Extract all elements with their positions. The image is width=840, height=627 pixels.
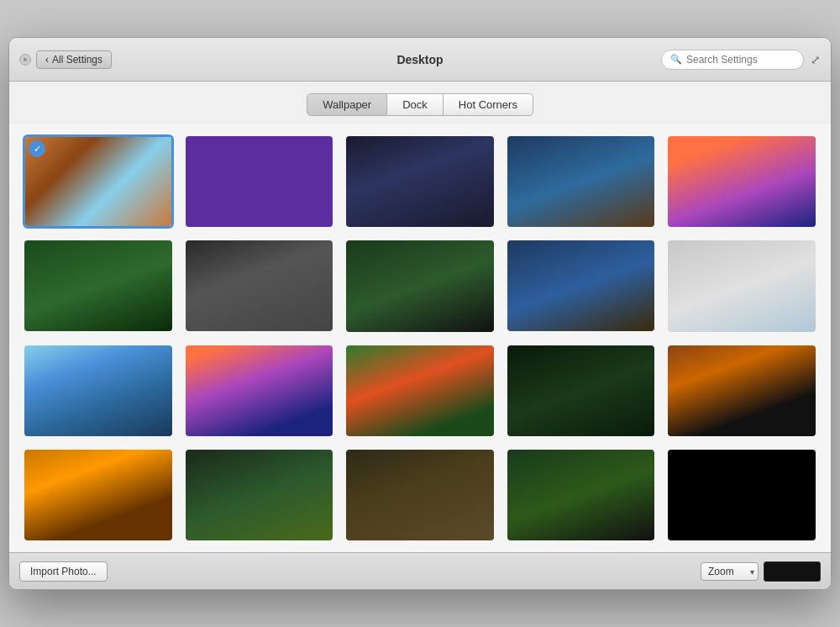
wallpaper-item-18[interactable]	[506, 448, 657, 542]
chevron-left-icon: ‹	[45, 54, 49, 66]
wallpaper-item-5[interactable]	[23, 239, 174, 333]
window-title: Desktop	[396, 53, 443, 66]
wallpaper-item-14[interactable]	[666, 344, 817, 438]
wallpaper-item-7[interactable]	[344, 239, 496, 333]
zoom-select[interactable]: Zoom Fit Fill Stretch Center Tile	[701, 562, 759, 581]
wallpaper-item-6[interactable]	[184, 239, 335, 333]
import-photo-button[interactable]: Import Photo...	[19, 561, 108, 582]
content-area: ✓	[9, 124, 831, 552]
tabs-bar: Wallpaper Dock Hot Corners	[9, 82, 831, 124]
titlebar: × ‹ All Settings Desktop 🔍 ⤢	[9, 38, 831, 82]
wallpaper-item-9[interactable]	[666, 239, 817, 333]
wallpaper-item-16[interactable]	[184, 448, 335, 542]
wallpaper-item-13[interactable]	[506, 344, 657, 438]
wallpaper-item-3[interactable]	[506, 134, 657, 229]
search-icon: 🔍	[670, 54, 682, 65]
color-swatch[interactable]	[764, 561, 821, 582]
tab-hot-corners[interactable]: Hot Corners	[444, 93, 533, 116]
desktop-settings-window: × ‹ All Settings Desktop 🔍 ⤢ Wallpaper D…	[8, 37, 832, 590]
search-box[interactable]: 🔍	[661, 50, 804, 70]
all-settings-button[interactable]: ‹ All Settings	[36, 50, 112, 69]
wallpaper-item-4[interactable]	[666, 134, 817, 229]
wallpaper-item-12[interactable]	[344, 344, 496, 438]
selected-checkmark: ✓	[29, 140, 45, 157]
tab-dock[interactable]: Dock	[387, 93, 444, 116]
wallpaper-item-8[interactable]	[506, 239, 657, 333]
wallpaper-item-0[interactable]: ✓	[23, 134, 174, 229]
expand-icon[interactable]: ⤢	[811, 53, 821, 66]
search-input[interactable]	[686, 54, 795, 66]
titlebar-left: × ‹ All Settings	[19, 50, 112, 69]
wallpaper-item-19[interactable]	[666, 448, 817, 542]
wallpaper-item-15[interactable]	[23, 448, 174, 542]
close-button[interactable]: ×	[19, 54, 31, 66]
footer: Import Photo... Zoom Fit Fill Stretch Ce…	[9, 552, 831, 589]
wallpaper-grid: ✓	[23, 134, 817, 542]
tab-wallpaper[interactable]: Wallpaper	[307, 93, 387, 116]
zoom-wrapper: Zoom Fit Fill Stretch Center Tile	[701, 562, 759, 581]
wallpaper-item-10[interactable]	[23, 344, 174, 438]
footer-right: Zoom Fit Fill Stretch Center Tile	[701, 561, 821, 582]
wallpaper-item-2[interactable]	[344, 134, 496, 229]
wallpaper-item-1[interactable]	[184, 134, 335, 229]
wallpaper-item-11[interactable]	[184, 344, 335, 438]
wallpaper-item-17[interactable]	[344, 448, 496, 542]
titlebar-right: 🔍 ⤢	[661, 50, 821, 70]
